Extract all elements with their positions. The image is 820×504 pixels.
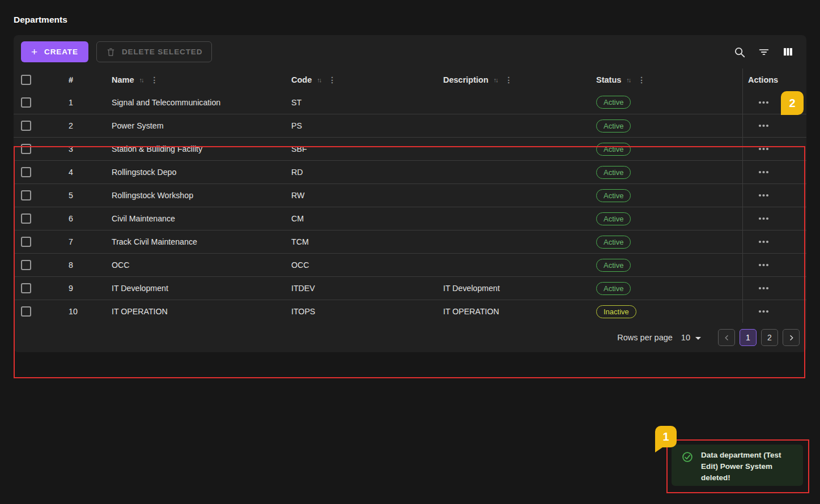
row-actions-menu[interactable] — [758, 147, 769, 151]
delete-selected-button[interactable]: DELETE SELECTED — [96, 41, 213, 62]
column-header-code[interactable]: Code — [291, 75, 312, 84]
previous-page-button[interactable] — [718, 329, 735, 346]
plus-icon: + — [31, 46, 38, 57]
status-badge: Active — [596, 96, 631, 109]
row-checkbox[interactable] — [21, 213, 31, 224]
row-name: Civil Maintenance — [112, 214, 175, 223]
column-menu-icon[interactable]: ⋮ — [151, 75, 159, 84]
row-name: Signal and Telecommunication — [112, 98, 220, 107]
column-header-status[interactable]: Status — [596, 75, 621, 84]
create-button[interactable]: + CREATE — [21, 41, 88, 62]
column-header-description[interactable]: Description — [443, 75, 488, 84]
status-badge: Active — [596, 212, 631, 225]
row-actions-menu[interactable] — [758, 310, 769, 313]
row-number: 4 — [69, 168, 73, 177]
page-button-1[interactable]: 1 — [740, 329, 757, 346]
chevron-right-icon — [787, 334, 796, 342]
page-buttons: 12 — [735, 329, 778, 346]
table-row: 10 IT OPERATION ITOPS IT OPERATION Inact… — [14, 300, 806, 323]
row-name: OCC — [112, 260, 130, 270]
rows-per-page-label: Rows per page — [617, 333, 673, 342]
row-actions-menu[interactable] — [758, 170, 769, 174]
row-code: TCM — [291, 237, 309, 246]
table-row: 2 Power System PS Active — [14, 114, 806, 137]
status-badge: Active — [596, 189, 631, 202]
column-header-name[interactable]: Name — [112, 75, 134, 84]
row-name: Rollingstock Workshop — [112, 191, 193, 200]
sort-icon[interactable]: ↑↓ — [626, 76, 630, 83]
select-all-checkbox[interactable] — [21, 75, 31, 85]
row-actions-menu[interactable] — [758, 217, 769, 220]
status-badge: Active — [596, 236, 631, 249]
row-code: PS — [291, 121, 302, 130]
next-page-button[interactable] — [783, 329, 800, 346]
table-row: 4 Rollingstock Depo RD Active — [14, 160, 806, 183]
table-row: 9 IT Development ITDEV IT Development Ac… — [14, 276, 806, 300]
search-icon[interactable] — [733, 46, 746, 58]
row-code: SBF — [291, 144, 307, 153]
row-actions-menu[interactable] — [758, 240, 769, 244]
page-title: Departments — [14, 15, 67, 25]
columns-icon[interactable] — [782, 46, 794, 58]
row-name: Power System — [112, 121, 163, 130]
row-checkbox[interactable] — [21, 167, 31, 177]
delete-selected-label: DELETE SELECTED — [122, 48, 203, 56]
status-badge: Active — [596, 143, 631, 156]
row-checkbox[interactable] — [21, 144, 31, 154]
sort-icon[interactable]: ↑↓ — [317, 76, 321, 83]
table-row: 1 Signal and Telecommunication ST Active — [14, 91, 806, 114]
rows-per-page-select[interactable]: 10 — [681, 333, 701, 342]
row-number: 9 — [69, 284, 73, 293]
row-checkbox[interactable] — [21, 237, 31, 247]
toast-message: Data department (Test Edit) Power System… — [701, 450, 791, 481]
row-checkbox[interactable] — [21, 306, 31, 317]
status-badge: Active — [596, 282, 631, 295]
table-row: 8 OCC OCC Active — [14, 253, 806, 276]
row-code: ST — [291, 98, 301, 107]
row-code: RD — [291, 168, 303, 177]
row-actions-menu[interactable] — [758, 287, 769, 290]
row-actions-menu[interactable] — [758, 101, 769, 104]
status-badge: Inactive — [596, 305, 636, 318]
row-description: IT OPERATION — [443, 307, 499, 316]
row-checkbox[interactable] — [21, 121, 31, 131]
sort-icon[interactable]: ↑↓ — [139, 76, 143, 83]
toast-notification[interactable]: Data department (Test Edit) Power System… — [672, 445, 803, 486]
column-header-number[interactable]: # — [69, 75, 73, 84]
column-header-actions: Actions — [748, 75, 778, 84]
row-number: 7 — [69, 237, 73, 246]
table-row: 6 Civil Maintenance CM Active — [14, 207, 806, 230]
caret-down-icon — [695, 337, 701, 340]
row-actions-menu[interactable] — [758, 194, 769, 197]
row-number: 3 — [69, 144, 73, 153]
row-name: IT Development — [112, 284, 168, 293]
column-menu-icon[interactable]: ⋮ — [638, 75, 645, 84]
row-actions-menu[interactable] — [758, 263, 769, 267]
filter-icon[interactable] — [758, 46, 770, 58]
chevron-left-icon — [723, 334, 731, 342]
row-checkbox[interactable] — [21, 190, 31, 200]
row-name: Rollingstock Depo — [112, 168, 176, 177]
row-name: Station & Building Facility — [112, 144, 202, 153]
create-button-label: CREATE — [44, 48, 78, 56]
row-actions-menu[interactable] — [758, 124, 769, 127]
row-checkbox[interactable] — [21, 97, 31, 108]
row-number: 10 — [69, 307, 78, 316]
row-checkbox[interactable] — [21, 283, 31, 293]
table-footer: Rows per page 10 12 — [14, 323, 806, 352]
column-menu-icon[interactable]: ⋮ — [328, 75, 336, 84]
page-button-2[interactable]: 2 — [761, 329, 778, 346]
row-code: OCC — [291, 260, 309, 270]
table-row: 7 Track Civil Maintenance TCM Active — [14, 230, 806, 253]
row-name: IT OPERATION — [112, 307, 168, 316]
check-circle-icon — [681, 451, 694, 481]
annotation-badge-2: 2 — [781, 91, 804, 115]
row-checkbox[interactable] — [21, 260, 31, 270]
table-body: 1 Signal and Telecommunication ST Active… — [14, 91, 806, 323]
column-menu-icon[interactable]: ⋮ — [505, 75, 513, 84]
sort-icon[interactable]: ↑↓ — [494, 76, 498, 83]
trash-icon — [106, 47, 116, 57]
row-number: 5 — [69, 191, 73, 200]
status-badge: Active — [596, 119, 631, 133]
row-code: ITDEV — [291, 284, 315, 293]
